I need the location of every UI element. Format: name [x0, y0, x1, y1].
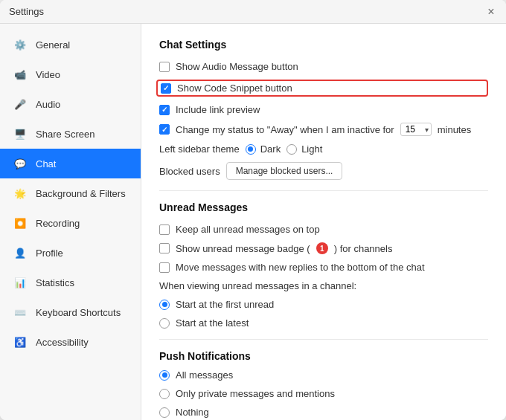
sidebar-item-profile[interactable]: 👤Profile: [0, 238, 141, 268]
light-radio-row[interactable]: Light: [286, 143, 322, 155]
chat-settings-title: Chat Settings: [159, 39, 488, 51]
show-code-row: Show Code Snippet button: [156, 80, 488, 97]
sidebar-label-chat: Chat: [36, 158, 56, 169]
show-badge-checkbox[interactable]: [159, 243, 170, 253]
accessibility-icon: ♿: [12, 334, 28, 350]
start-latest-row: Start at the latest: [159, 317, 488, 329]
sidebar-label-recording: Recording: [36, 218, 80, 229]
show-audio-row: Show Audio Message button: [159, 61, 488, 72]
show-code-label: Show Code Snippet button: [177, 83, 292, 94]
divider-1: [159, 190, 488, 191]
sidebar-label-share-screen: Share Screen: [36, 129, 95, 140]
sidebar-theme-row: Left sidebar theme Dark Light: [159, 143, 488, 155]
nothing-row: Nothing: [159, 407, 488, 418]
keep-unread-row: Keep all unread messages on top: [159, 224, 488, 235]
close-button[interactable]: ×: [485, 6, 497, 18]
sidebar-label-keyboard-shortcuts: Keyboard Shortcuts: [36, 307, 121, 318]
badge-icon: 1: [316, 242, 328, 254]
sidebar-item-audio[interactable]: 🎤Audio: [0, 89, 141, 119]
start-first-radio[interactable]: [159, 300, 170, 310]
audio-icon: 🎤: [12, 96, 28, 112]
profile-icon: 👤: [12, 245, 28, 261]
inactive-time-select[interactable]: 15 5 10 20 30: [400, 123, 432, 136]
sidebar-item-background-filters[interactable]: 🌟Background & Filters: [0, 178, 141, 208]
all-messages-radio[interactable]: [159, 370, 170, 381]
include-link-label: Include link preview: [176, 104, 260, 115]
inactive-time-wrapper: 15 5 10 20 30: [400, 123, 432, 136]
sidebar-label-profile: Profile: [36, 248, 63, 259]
sidebar-item-general[interactable]: ⚙️General: [0, 30, 141, 59]
chat-icon: 💬: [12, 155, 28, 172]
sidebar-item-video[interactable]: 📹Video: [0, 59, 141, 89]
settings-window: Settings × ⚙️General📹Video🎤Audio🖥️Share …: [0, 0, 506, 420]
all-messages-label: All messages: [176, 369, 233, 381]
show-badge-prefix: Show unread message badge (: [176, 243, 310, 254]
sidebar-label-video: Video: [36, 69, 60, 80]
keyboard-shortcuts-icon: ⌨️: [12, 304, 28, 320]
sidebar-label-statistics: Statistics: [36, 277, 74, 288]
divider-2: [159, 339, 488, 340]
change-status-row: Change my status to "Away" when I am ina…: [159, 123, 488, 136]
sidebar-label-general: General: [36, 39, 70, 51]
sidebar-label-accessibility: Accessibility: [36, 337, 89, 348]
change-status-prefix: Change my status to "Away" when I am ina…: [176, 124, 394, 135]
include-link-checkbox[interactable]: [159, 105, 170, 115]
when-viewing-label: When viewing unread messages in a channe…: [159, 280, 356, 291]
sidebar: ⚙️General📹Video🎤Audio🖥️Share Screen💬Chat…: [0, 24, 141, 420]
nothing-radio[interactable]: [159, 407, 170, 418]
show-badge-suffix: ) for channels: [334, 243, 393, 254]
move-messages-checkbox[interactable]: [159, 262, 170, 273]
start-first-label: Start at the first unread: [176, 299, 274, 310]
sidebar-item-recording[interactable]: ⏺️Recording: [0, 208, 141, 238]
video-icon: 📹: [12, 66, 28, 83]
dark-radio[interactable]: [246, 144, 256, 155]
only-private-row: Only private messages and mentions: [159, 388, 488, 399]
push-notifications-title: Push Notifications: [159, 350, 488, 362]
main-panel: Chat Settings Show Audio Message button …: [141, 24, 506, 420]
change-status-checkbox[interactable]: [159, 124, 170, 135]
titlebar: Settings ×: [0, 0, 506, 24]
sidebar-label-background-filters: Background & Filters: [36, 188, 126, 199]
sidebar-item-keyboard-shortcuts[interactable]: ⌨️Keyboard Shortcuts: [0, 297, 141, 327]
blocked-users-row: Blocked users Manage blocked users...: [159, 162, 488, 180]
show-code-checkbox[interactable]: [161, 83, 171, 94]
show-badge-row: Show unread message badge ( 1 ) for chan…: [159, 242, 488, 254]
change-status-suffix: minutes: [438, 124, 472, 135]
show-audio-checkbox[interactable]: [159, 62, 170, 72]
content-area: ⚙️General📹Video🎤Audio🖥️Share Screen💬Chat…: [0, 24, 506, 420]
share-screen-icon: 🖥️: [12, 126, 28, 142]
light-label: Light: [301, 143, 322, 155]
move-messages-row: Move messages with new replies to the bo…: [159, 262, 488, 273]
sidebar-item-share-screen[interactable]: 🖥️Share Screen: [0, 119, 141, 149]
manage-blocked-button[interactable]: Manage blocked users...: [226, 162, 343, 180]
light-radio[interactable]: [286, 144, 297, 155]
sidebar-item-statistics[interactable]: 📊Statistics: [0, 268, 141, 297]
nothing-label: Nothing: [176, 407, 209, 418]
dark-label: Dark: [260, 143, 281, 155]
recording-icon: ⏺️: [12, 215, 28, 231]
statistics-icon: 📊: [12, 274, 28, 291]
sidebar-item-accessibility[interactable]: ♿Accessibility: [0, 327, 141, 357]
when-viewing-row: When viewing unread messages in a channe…: [159, 280, 488, 291]
general-icon: ⚙️: [12, 36, 28, 53]
window-title: Settings: [9, 6, 44, 17]
unread-messages-title: Unread Messages: [159, 201, 488, 213]
start-latest-label: Start at the latest: [176, 317, 249, 329]
start-latest-radio[interactable]: [159, 318, 170, 329]
show-audio-label: Show Audio Message button: [176, 61, 298, 72]
background-filters-icon: 🌟: [12, 185, 28, 201]
keep-unread-checkbox[interactable]: [159, 224, 170, 235]
dark-radio-row[interactable]: Dark: [246, 143, 281, 155]
sidebar-item-chat[interactable]: 💬Chat: [0, 149, 141, 178]
sidebar-theme-label: Left sidebar theme: [159, 143, 240, 155]
blocked-users-label: Blocked users: [159, 166, 220, 177]
start-first-row: Start at the first unread: [159, 299, 488, 310]
keep-unread-label: Keep all unread messages on top: [176, 224, 320, 235]
include-link-row: Include link preview: [159, 104, 488, 115]
only-private-radio[interactable]: [159, 389, 170, 399]
only-private-label: Only private messages and mentions: [176, 388, 335, 399]
sidebar-label-audio: Audio: [36, 99, 60, 110]
move-messages-label: Move messages with new replies to the bo…: [176, 262, 425, 273]
all-messages-row: All messages: [159, 369, 488, 381]
